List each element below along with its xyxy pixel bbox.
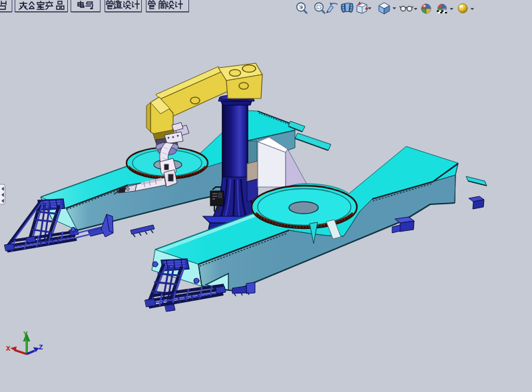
svg-text:Y: Y <box>23 330 28 338</box>
svg-text:Z: Z <box>39 343 43 351</box>
svg-text:X: X <box>6 345 11 353</box>
